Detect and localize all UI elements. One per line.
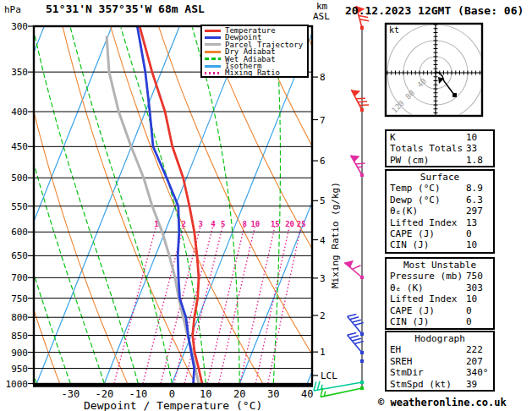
panel-row-label: Totals Totals	[390, 143, 463, 154]
panel-row-value: 33	[466, 143, 477, 154]
panel-row-value: 340°	[466, 367, 489, 378]
panel-row: Totals Totals33	[390, 143, 493, 154]
panel-row-label: θₑ (K)	[390, 282, 424, 293]
panel-row: θₑ (K)303	[390, 282, 493, 293]
legend-swatch-solid	[205, 65, 221, 68]
panel-row: θₑ(K)297	[390, 206, 493, 216]
panel-row: K10	[390, 132, 493, 143]
dry-adiabat-line	[206, 26, 398, 383]
wind-barb	[351, 90, 369, 112]
pressure-tick-label: 650	[3, 250, 28, 261]
panel-row-label: PW (cm)	[390, 155, 429, 166]
panel-row-value: 303	[466, 282, 483, 293]
temp-tick-label: 10	[189, 388, 222, 400]
mixing-ratio-axis-label: Mixing Ratio (g/kg)	[330, 187, 340, 288]
pressure-tick-label: 400	[3, 107, 28, 118]
panel-row-label: StmDir	[390, 367, 424, 378]
mixing-ratio-value-label: 10	[247, 220, 264, 228]
panel-row: Temp (°C)8.9	[390, 183, 493, 194]
pressure-tick-label: 850	[3, 331, 28, 342]
panel-row-label: StmSpd (kt)	[390, 379, 452, 390]
wet-adiabat-line	[33, 28, 138, 384]
panel-row-label: Temp (°C)	[390, 183, 441, 194]
temperature-curve	[140, 26, 202, 383]
legend-swatch-solid	[205, 36, 221, 39]
isotherm-line	[239, 26, 382, 384]
pressure-axis-unit: hPa	[4, 4, 21, 15]
panel-row-label: SREH	[390, 356, 413, 367]
panel-row-label: CAPE (J)	[390, 228, 435, 239]
pressure-tick-label: 1000	[3, 379, 28, 390]
isotherm-line	[36, 26, 179, 384]
wind-barb	[351, 156, 365, 177]
panel-row-value: 297	[466, 206, 483, 216]
km-tick-label: 1	[320, 347, 326, 358]
mixing-ratio-line	[207, 227, 244, 383]
panel-row-value: 207	[466, 356, 483, 367]
km-tick-label: 5	[320, 195, 326, 206]
pressure-tick-label: 900	[3, 348, 28, 359]
pressure-tick-label: 700	[3, 272, 28, 283]
plot-border	[34, 26, 312, 384]
mixing-ratio-value-label: 1	[148, 220, 165, 228]
panel-row: CAPE (J)0	[390, 305, 493, 316]
panel-row-value: 0	[466, 228, 472, 239]
most-unstable-panel: Most UnstablePressure (mb)750θₑ (K)303Li…	[385, 257, 495, 330]
km-tick-label: 8	[320, 72, 326, 83]
panel-row: Dewp (°C)6.3	[390, 195, 493, 206]
skewt-sounding-page: 4080120 hPa 51°31'N 357°35'W 68m ASL km …	[0, 0, 532, 411]
panel-row-value: 750	[466, 271, 483, 282]
panel-title: Surface	[390, 172, 490, 183]
legend-swatch-dotted	[205, 72, 221, 74]
legend-swatch-dashed	[205, 58, 221, 60]
panel-row-label: Lifted Index	[390, 293, 457, 304]
panel-row-value: 0	[466, 316, 472, 327]
panel-row: CIN (J)0	[390, 316, 493, 327]
hodograph-unit-label: kt	[389, 25, 399, 35]
isotherm-line	[104, 26, 247, 384]
panel-row: CIN (J)10	[390, 239, 493, 250]
panel-row-label: CAPE (J)	[390, 305, 435, 316]
wind-barb	[360, 359, 364, 363]
pressure-tick-label: 350	[3, 67, 28, 78]
temp-tick-label: 20	[222, 388, 256, 400]
altitude-axis-unit-asl: ASL	[313, 11, 330, 22]
copyright-footer: © weatheronline.co.uk	[378, 397, 507, 408]
sounding-curves	[107, 26, 202, 383]
legend-swatch-solid	[205, 30, 221, 32]
temp-tick-label: 40	[290, 388, 324, 400]
panel-row-label: CIN (J)	[390, 316, 429, 327]
hodograph: 4080120	[386, 24, 484, 121]
panel-row-value: 13	[466, 217, 477, 228]
run-date: 20.12.2023 12GMT (Base: 06)	[345, 4, 524, 17]
panel-row-label: Pressure (mb)	[390, 271, 463, 282]
indices-panel: K10Totals Totals33PW (cm)1.8	[385, 129, 495, 167]
pressure-tick-label: 750	[3, 293, 28, 304]
parcel-trajectory-curve	[107, 36, 199, 384]
panel-row: StmDir340°	[390, 367, 493, 378]
pressure-tick-label: 950	[3, 364, 28, 375]
panel-title: Most Unstable	[390, 260, 490, 271]
km-tick-label: 4	[320, 235, 326, 246]
panel-row-value: 1.8	[466, 155, 483, 166]
hodograph-trace-endpoint	[452, 93, 457, 97]
pressure-tick-label: 800	[3, 312, 28, 323]
legend-box: TemperatureDewpointParcel TrajectoryDry …	[200, 25, 309, 78]
wind-barb	[348, 332, 364, 354]
temp-axis-label: Dewpoint / Temperature (°C)	[84, 399, 262, 411]
mixing-ratio-value-label: 25	[293, 220, 310, 228]
surface-panel: SurfaceTemp (°C)8.9Dewp (°C)6.3θₑ(K)297L…	[385, 169, 495, 254]
panel-row-value: 39	[466, 379, 477, 390]
panel-row-value: 10	[466, 239, 477, 250]
dry-adiabat-line	[159, 26, 331, 383]
panel-row-value: 222	[466, 344, 483, 355]
panel-title: Hodograph	[390, 333, 490, 344]
temp-tick-label: -10	[121, 388, 155, 400]
panel-row-label: θₑ(K)	[390, 206, 418, 216]
panel-row-value: 8.9	[466, 183, 483, 194]
temp-tick-label: -20	[87, 388, 121, 400]
km-tick-label: 3	[320, 273, 326, 284]
km-tick-label: 7	[320, 115, 326, 126]
panel-row-label: Dewp (°C)	[390, 195, 441, 206]
pressure-tick-label: 550	[3, 201, 28, 212]
